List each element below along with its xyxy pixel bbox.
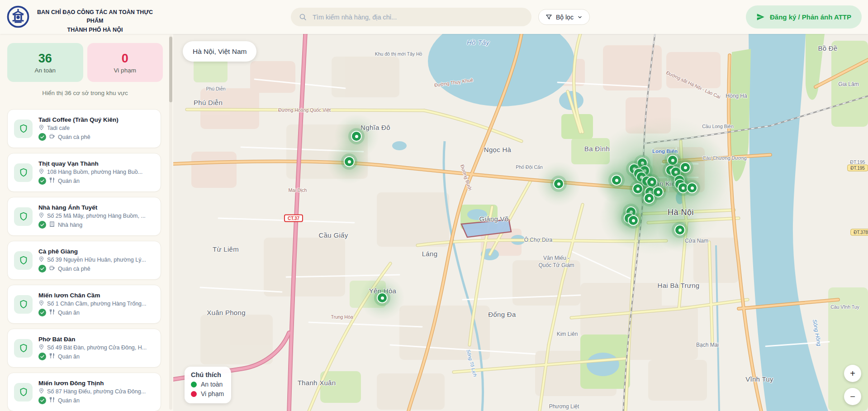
establishment-info: Miến lươn Chân Cầm Số 1 Chân Cầm, phường… [38, 292, 146, 316]
marker-dot [355, 135, 358, 138]
establishment-info: Nhà hàng Ánh Tuyết Số 25 Mã Mây, phường … [38, 204, 146, 229]
location-chip: Hà Nội, Việt Nam [183, 41, 256, 62]
safe-stat-card: 36 An toàn [7, 43, 83, 82]
shield-icon [14, 119, 33, 138]
establishment-info: Miến lươn Đông Thịnh Số 87 Hàng Điếu, ph… [38, 380, 146, 404]
map[interactable]: Hồ TâyKhu đô thị mới Tây HồPhú DiễnPhú D… [173, 34, 868, 411]
pin-icon [38, 344, 44, 351]
shield-icon [14, 339, 33, 358]
map-marker-safe[interactable] [345, 157, 354, 166]
filter-label: Bộ lọc [556, 14, 574, 21]
marker-dot [641, 162, 644, 165]
org-title-line2: THÀNH PHỐ HÀ NỘI [33, 26, 157, 34]
marker-dot [682, 186, 685, 190]
map-marker-safe[interactable] [688, 183, 697, 192]
establishment-category-row: Quán cà phê [38, 133, 119, 141]
establishment-card[interactable]: Tadi Coffee (Trần Quý Kiên) Tadi cafe Qu… [7, 109, 161, 148]
establishment-info: Thịt quay Vạn Thành 108 Hàng Buồm, phườn… [38, 160, 142, 185]
zoom-out-button[interactable]: − [844, 388, 861, 405]
legend-item-label: Vi phạm [201, 390, 224, 397]
marker-dot [650, 181, 654, 184]
safe-check-icon [38, 265, 46, 272]
org-title-line1: BAN CHỈ ĐẠO CÔNG TÁC AN TOÀN THỰC PHẨM [33, 8, 157, 26]
establishment-address: Số 39 Nguyễn Hữu Huân, phường Lý... [47, 257, 146, 263]
coffee-icon [49, 133, 55, 141]
establishment-address: Số 49 Bát Đàn, phường Cửa Đông, H... [47, 344, 147, 351]
sidebar: 36 An toàn 0 Vi phạm Hiển thị 36 cơ sở t… [0, 34, 173, 411]
register-report-button[interactable]: Đăng ký / Phản ánh ATTP [746, 5, 862, 29]
marker-dot [615, 179, 618, 182]
map-marker-safe[interactable] [645, 194, 654, 203]
establishment-category: Quán ăn [58, 178, 80, 184]
establishment-card[interactable]: Miến lươn Đông Thịnh Số 87 Hàng Điếu, ph… [7, 373, 161, 411]
map-marker-safe[interactable] [681, 163, 690, 172]
map-marker-safe[interactable] [654, 187, 663, 196]
establishment-card[interactable]: Nhà hàng Ánh Tuyết Số 25 Mã Mây, phường … [7, 197, 161, 236]
map-marker-safe[interactable] [352, 132, 361, 141]
map-marker-safe[interactable] [668, 156, 677, 165]
marker-dot [671, 159, 674, 162]
utensils-icon [49, 397, 55, 404]
sidebar-scrollbar-thumb[interactable] [169, 37, 172, 102]
map-marker-safe[interactable] [633, 184, 642, 193]
establishment-list: Tadi Coffee (Trần Quý Kiên) Tadi cafe Qu… [7, 109, 161, 411]
establishment-category-row: Quán ăn [38, 353, 147, 360]
establishment-card[interactable]: Phở Bát Đàn Số 49 Bát Đàn, phường Cửa Đô… [7, 329, 161, 368]
map-marker-safe[interactable] [554, 179, 563, 188]
funnel-icon [545, 14, 552, 20]
establishment-address-row: Số 39 Nguyễn Hữu Huân, phường Lý... [38, 256, 146, 263]
establishment-card[interactable]: Miến lươn Chân Cầm Số 1 Chân Cầm, phường… [7, 285, 161, 324]
marker-dot [640, 176, 643, 179]
safe-check-icon [38, 309, 46, 316]
chevron-down-icon [577, 14, 583, 20]
establishment-address-row: Số 1 Chân Cầm, phường Hàng Trống... [38, 300, 146, 307]
search-icon [299, 13, 307, 21]
utensils-icon [49, 353, 55, 360]
establishment-address: Tadi cafe [47, 125, 70, 131]
marker-dot [684, 166, 687, 169]
shield-icon [14, 295, 33, 314]
map-marker-safe[interactable] [675, 225, 684, 234]
send-icon [756, 13, 765, 21]
app: { "header": { "org_line1": "BAN CHỈ ĐẠO … [0, 0, 868, 411]
legend-item-label: An toàn [201, 381, 223, 388]
map-marker-safe[interactable] [678, 183, 688, 192]
marker-dot [636, 187, 640, 191]
map-canvas [173, 34, 868, 411]
establishment-card[interactable]: Thịt quay Vạn Thành 108 Hàng Buồm, phườn… [7, 153, 161, 192]
establishment-name: Tadi Coffee (Trần Quý Kiên) [38, 116, 119, 123]
header: BAN CHỈ ĐẠO CÔNG TÁC AN TOÀN THỰC PHẨM T… [0, 0, 868, 34]
establishment-address-row: Số 25 Mã Mây, phường Hàng Buồm, ... [38, 212, 146, 220]
establishment-name: Thịt quay Vạn Thành [38, 160, 142, 167]
safe-count: 36 [38, 52, 52, 66]
shield-icon [14, 163, 33, 182]
marker-dot [674, 171, 678, 174]
pin-icon [38, 168, 44, 176]
violation-label: Vi phạm [114, 67, 136, 74]
establishment-name: Nhà hàng Ánh Tuyết [38, 204, 146, 211]
zoom-in-button[interactable]: + [844, 365, 861, 382]
org-title: BAN CHỈ ĐẠO CÔNG TÁC AN TOÀN THỰC PHẨM T… [33, 8, 157, 34]
sidebar-scrollbar [169, 35, 172, 410]
establishment-category-row: Quán ăn [38, 397, 146, 404]
pin-icon [38, 124, 44, 132]
marker-dot [381, 296, 384, 300]
legend-item: Vi phạm [191, 390, 224, 397]
establishment-address: 108 Hàng Buồm, phường Hàng Buồ... [47, 169, 142, 175]
map-marker-safe[interactable] [647, 177, 656, 186]
filter-button[interactable]: Bộ lọc [538, 9, 590, 25]
safe-check-icon [38, 353, 46, 360]
map-marker-safe[interactable] [612, 176, 621, 185]
map-marker-safe[interactable] [671, 167, 680, 177]
map-marker-safe[interactable] [629, 216, 638, 225]
marker-dot [678, 229, 682, 232]
establishment-category: Quán ăn [58, 310, 80, 316]
violation-stat-card: 0 Vi phạm [87, 43, 163, 82]
map-marker-safe[interactable] [378, 293, 387, 302]
search-input[interactable] [312, 13, 523, 21]
establishment-card[interactable]: Cà phê Giảng Số 39 Nguyễn Hữu Huân, phườ… [7, 241, 161, 280]
establishment-category-row: Nhà hàng [38, 221, 146, 229]
legend-dot-icon [191, 382, 197, 387]
establishment-category-row: Quán ăn [38, 309, 146, 316]
establishment-address-row: Số 87 Hàng Điếu, phường Cửa Đông... [38, 388, 146, 395]
